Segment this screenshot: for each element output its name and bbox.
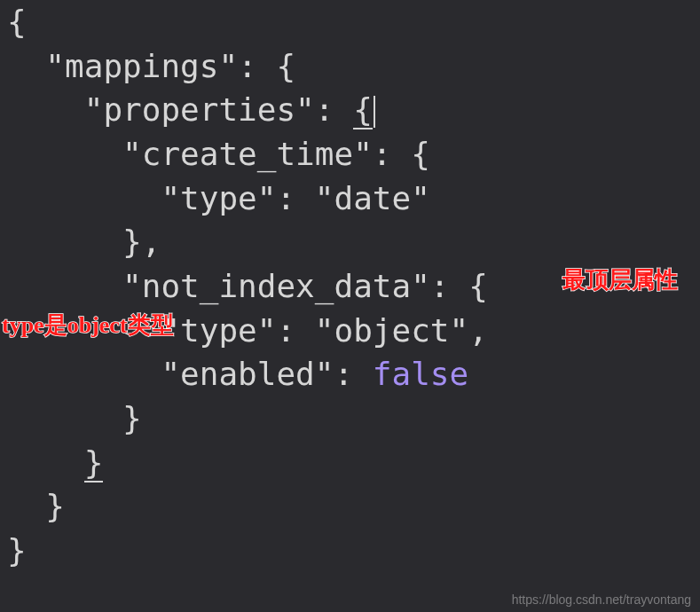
line-13: }: [7, 532, 27, 569]
watermark-url: https://blog.csdn.net/trayvontang: [512, 592, 691, 607]
line-3: "properties": {: [7, 91, 375, 128]
line-10: }: [7, 400, 142, 436]
line-12: }: [7, 488, 65, 524]
line-9: "enabled": false: [7, 356, 468, 392]
annotation-type-object: type是object类型: [2, 310, 174, 341]
line-11: }: [7, 444, 103, 483]
json-code-block: { "mappings": { "properties": { "create_…: [7, 0, 488, 573]
text-cursor: [374, 96, 375, 128]
line-1: {: [7, 4, 27, 40]
line-6: },: [7, 224, 161, 260]
line-7: "not_index_data": {: [7, 268, 488, 304]
line-5: "type": "date": [7, 180, 430, 216]
line-4: "create_time": {: [7, 136, 430, 172]
annotation-top-level-property: 最顶层属性: [562, 264, 678, 295]
line-2: "mappings": {: [7, 48, 295, 84]
